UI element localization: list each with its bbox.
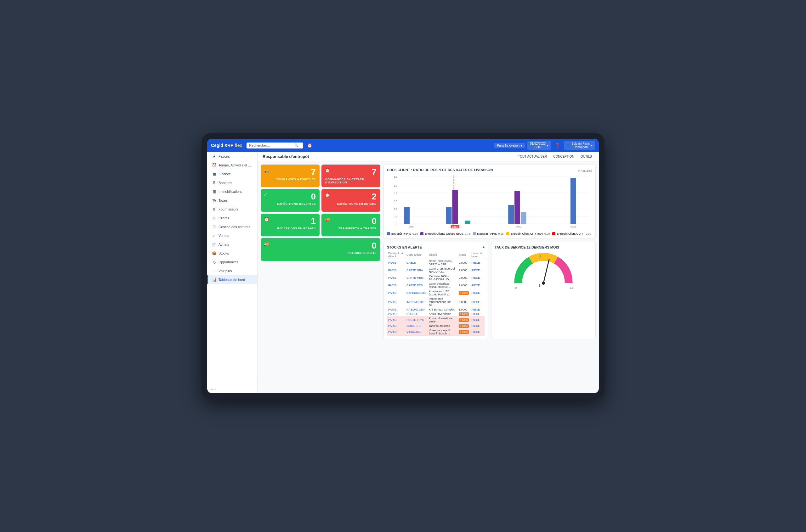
sidebar-item-temps[interactable]: ⏰ Temps, Activités et ...	[207, 161, 257, 170]
kpi-expeditions-ouvertes[interactable]: ✓ 0 EXPÉDITIONS OUVERTES	[261, 189, 319, 212]
stock-badge-orange-1: 0,0000	[459, 291, 469, 295]
link-piece-4[interactable]: PIECE	[471, 284, 480, 287]
sidebar-label-ventes: Ventes	[219, 234, 229, 238]
page-title: Responsable d'entrepôt	[262, 154, 309, 159]
user-btn[interactable]: 👤 Sylvain Paris Demojean ▾	[564, 141, 595, 150]
link-piece-5[interactable]: PIECE	[471, 291, 480, 294]
link-piece-8[interactable]: PIECE	[471, 312, 480, 316]
legend-dot-paris	[387, 232, 390, 235]
link-carte-res[interactable]: CARTE RES	[406, 284, 422, 287]
kpi-inner-4: 2 EXPÉDITIONS EN RETARD	[325, 192, 377, 209]
sidebar-item-finance[interactable]: ▦ Finance	[207, 170, 257, 178]
sidebar-item-opportunites[interactable]: ◇ Opportunités	[207, 258, 257, 266]
link-piece-2[interactable]: PIECE	[471, 269, 480, 272]
link-kitburcomp[interactable]: KITBURCOMP	[406, 308, 425, 311]
link-piece-3[interactable]: PIECE	[471, 276, 480, 279]
gauge-container: 0 1 2 2.6 1	[512, 252, 575, 286]
truck-retour-icon: 🚚	[264, 241, 269, 246]
sidebar-item-banques[interactable]: $ Banques	[207, 178, 257, 187]
link-paris-8[interactable]: PARIS	[388, 312, 397, 316]
search-bar[interactable]: 🔍	[246, 142, 303, 149]
history-icon[interactable]: ⏰	[306, 143, 314, 148]
sidebar-item-clients[interactable]: ⊕ Clients	[207, 214, 257, 223]
table-row: PARIS CABLE Câble, Dell réseau, SFP28 – …	[387, 259, 484, 267]
link-poste-trav[interactable]: POSTE TRAV	[406, 318, 424, 322]
link-paris-5[interactable]: PARIS	[388, 291, 397, 294]
immo-icon: ▦	[212, 189, 216, 194]
link-expedisecte[interactable]: EXPEDISECTE	[406, 291, 426, 294]
sidebar: ★ Favoris ⏰ Temps, Activités et ... ▦ Fi…	[207, 152, 258, 393]
kpi-retours-clients[interactable]: 🚚 0 RETOURS CLIENTS	[261, 238, 380, 261]
design-button[interactable]: CONCEPTION	[551, 154, 576, 159]
table-row-red-2: PARIS TABLETTE Tablette antichoc 0,0000 …	[387, 324, 484, 328]
content-body: 🚚 7 COMMANDES À EXPÉDIER ⏰ 7 C	[258, 162, 599, 342]
sidebar-item-ventes[interactable]: ✓ Ventes	[207, 231, 257, 240]
sidebar-label-voir-plus: Voir plus	[219, 269, 232, 273]
refresh-all-button[interactable]: TOUT ACTUALISER	[516, 154, 549, 159]
taxes-icon: %	[212, 198, 216, 203]
svg-rect-23	[521, 212, 527, 224]
kpi-value-2: 7	[371, 168, 377, 176]
link-paris-4[interactable]: PARIS	[388, 284, 397, 287]
topbar: Cegid XRP flex 🔍 ⏰ Paris Innovation ▾ 01…	[207, 139, 599, 152]
search-input[interactable]	[249, 144, 293, 147]
link-nosale[interactable]: NOSALE	[406, 312, 418, 316]
link-piece-9[interactable]: PIECE	[471, 318, 480, 322]
location-btn[interactable]: Paris Innovation ▾	[494, 143, 525, 148]
sidebar-bottom: ··· ‹	[207, 385, 257, 393]
kpi-value-7: 0	[371, 241, 377, 250]
sidebar-item-achats[interactable]: 🛒 Achats	[207, 240, 257, 249]
link-paris-10[interactable]: PARIS	[388, 324, 397, 327]
link-piece-11[interactable]: PIECE	[471, 330, 480, 334]
link-carte-mem[interactable]: CARTE MEM	[406, 276, 423, 279]
svg-line-32	[544, 260, 549, 283]
sidebar-label-fournisseurs: Fournisseurs	[219, 207, 239, 211]
link-imprimante[interactable]: IMPRIMANTE	[406, 301, 424, 304]
ventes-icon: ✓	[212, 233, 216, 238]
clock-red-icon: ⏰	[325, 168, 330, 173]
sidebar-item-tableaux[interactable]: 📊 Tableaux de bord	[207, 275, 257, 284]
kpi-receptions-retard[interactable]: ⏰ 1 RÉCEPTIONS EN RETARD	[261, 214, 319, 236]
link-tablette[interactable]: TABLETTE	[406, 324, 421, 327]
link-paris-11[interactable]: PARIS	[388, 330, 397, 334]
link-paris-6[interactable]: PARIS	[388, 301, 397, 304]
date-btn[interactable]: 01/02/2023 12:07 ▾	[527, 141, 551, 150]
link-paris-9[interactable]: PARIS	[388, 318, 397, 322]
sidebar-item-voir-plus[interactable]: ··· Voir plus	[207, 266, 257, 275]
sidebar-item-favoris[interactable]: ★ Favoris	[207, 152, 257, 161]
tableaux-icon: 📊	[212, 278, 216, 282]
kpi-commandes-retard[interactable]: ⏰ 7 COMMANDES EN RETARD D'EXPÉDITION	[322, 165, 380, 187]
link-paris-7[interactable]: PARIS	[388, 308, 397, 311]
stocks-add-icon[interactable]: +	[483, 245, 484, 249]
link-visseuse[interactable]: VISSEUSE	[406, 330, 421, 334]
kpi-label-3: EXPÉDITIONS OUVERTES	[277, 202, 316, 206]
svg-text:1.2: 1.2	[394, 175, 397, 178]
svg-text:2022: 2022	[516, 225, 522, 228]
kpi-label-1: COMMANDES À EXPÉDIER	[276, 178, 316, 181]
sidebar-item-immobilisations[interactable]: ▦ Immobilisations	[207, 187, 257, 196]
tools-button[interactable]: OUTILS	[579, 154, 594, 159]
sidebar-item-fournisseurs[interactable]: ⊖ Fournisseurs	[207, 205, 257, 214]
sidebar-item-contrats[interactable]: ♡ Gestion des contrats	[207, 223, 257, 231]
kpi-transferts[interactable]: 🚚 0 TRANSFERTS À TRAITER	[322, 214, 380, 236]
link-piece-1[interactable]: PIECE	[471, 261, 480, 264]
link-paris-2[interactable]: PARIS	[388, 269, 397, 272]
sidebar-item-stocks[interactable]: 📦 Stocks	[207, 249, 257, 258]
tablet-screen: Cegid XRP flex 🔍 ⏰ Paris Innovation ▾ 01…	[207, 139, 599, 393]
link-piece-7[interactable]: PIECE	[471, 308, 480, 311]
sidebar-item-taxes[interactable]: % Taxes	[207, 196, 257, 205]
svg-rect-25	[570, 178, 576, 224]
link-piece-6[interactable]: PIECE	[471, 301, 480, 304]
help-icon[interactable]: ❓	[553, 143, 561, 148]
link-cable[interactable]: CABLE	[406, 261, 416, 264]
sidebar-collapse[interactable]: ··· ‹	[207, 385, 257, 393]
link-piece-10[interactable]: PIECE	[471, 324, 480, 327]
link-paris-cable[interactable]: PARIS	[388, 261, 397, 264]
col-unite: Unité de base	[470, 251, 484, 259]
kpi-expeditions-retard[interactable]: ⏰ 2 EXPÉDITIONS EN RETARD	[322, 189, 380, 212]
sidebar-label-contrats: Gestion des contrats	[219, 225, 250, 229]
link-carte-gra[interactable]: CARTE GRA	[406, 269, 423, 272]
legend-citymov: Entrepôt Client CITYMOV 0.00	[506, 232, 550, 235]
link-paris-3[interactable]: PARIS	[388, 276, 397, 279]
kpi-commandes-expedier[interactable]: 🚚 7 COMMANDES À EXPÉDIER	[261, 165, 319, 187]
